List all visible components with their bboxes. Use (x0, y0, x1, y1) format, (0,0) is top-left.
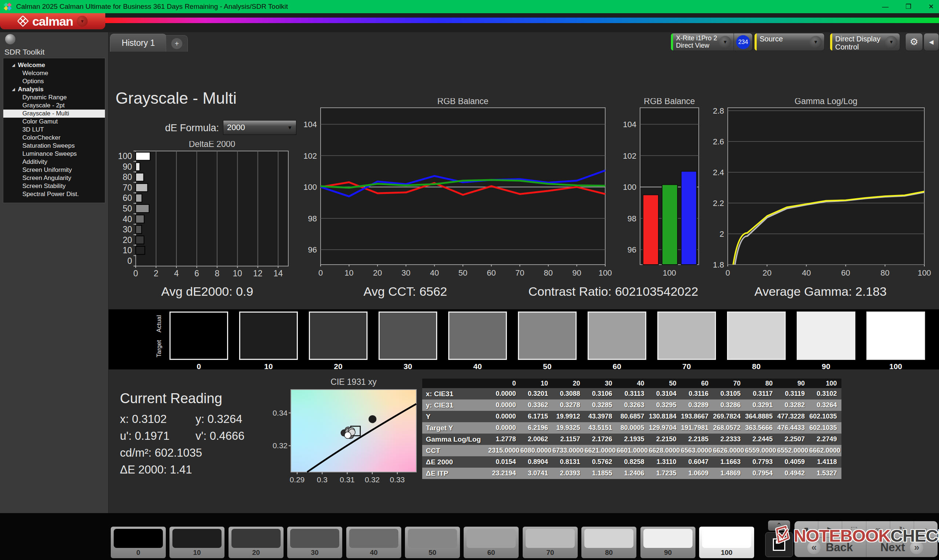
meter-count-badge[interactable]: 234 (736, 35, 750, 49)
back-chevron-icon: « (807, 541, 820, 554)
table-cell: 0.0154 (488, 456, 521, 468)
sidebar-item-screen-stability[interactable]: Screen Stability (3, 182, 105, 190)
svg-text:90: 90 (122, 162, 132, 172)
tree-expand-icon[interactable]: ◢ (12, 85, 15, 94)
grayscale-swatch-band: Actual Target 0102030405060708090100 (109, 309, 939, 369)
sidebar-item-colorchecker[interactable]: ColorChecker (3, 134, 105, 142)
table-cell: 1.5327 (809, 468, 842, 479)
grayscale-swatch-100 (867, 312, 925, 360)
patch-bar-expand-button[interactable]: ⌃ (768, 520, 790, 531)
table-cell: 6.2196 (521, 422, 553, 434)
source-selector-dropdown[interactable]: Source ▼ (754, 33, 825, 51)
calman-brand-banner[interactable]: calman ▼ (0, 13, 105, 29)
patch-label: 100 (702, 549, 751, 557)
table-cell: 0.3282 (777, 400, 809, 411)
table-cell: 0.7793 (745, 456, 777, 468)
back-button[interactable]: « Back (794, 538, 867, 557)
sidebar-item-screen-uniformity[interactable]: Screen Uniformity (3, 166, 105, 174)
nav-icon-button[interactable]: ▶ (818, 521, 842, 537)
table-row-label: Target Y (422, 422, 488, 434)
sidebar-item-spectral-power-dist-[interactable]: Spectral Power Dist. (3, 190, 105, 198)
svg-text:80: 80 (122, 172, 132, 182)
sidebar-item-color-gamut[interactable]: Color Gamut (3, 118, 105, 126)
table-header-row: 0102030405060708090100 (422, 378, 842, 388)
patch-swatch (526, 529, 575, 548)
gamma-loglog-chart: Gamma Log/Log1.822.22.42.62.802040608010… (708, 98, 939, 283)
sidebar-item-welcome[interactable]: Welcome (3, 69, 105, 77)
sidebar-item-dynamic-range[interactable]: Dynamic Range (3, 94, 105, 102)
patch-button-80[interactable]: 80 (581, 527, 637, 558)
table-cell: 191.7981 (681, 422, 713, 434)
patch-button-50[interactable]: 50 (405, 527, 460, 558)
window-title: Calman 2025 Calman Ultimate for Business… (16, 3, 288, 11)
patch-button-20[interactable]: 20 (228, 527, 284, 558)
patch-button-90[interactable]: 90 (640, 527, 695, 558)
sidebar-item-grayscale-2pt[interactable]: Grayscale - 2pt (3, 102, 105, 109)
sidebar-item-screen-angularity[interactable]: Screen Angularity (3, 174, 105, 182)
meter-selector-dropdown[interactable]: X-Rite i1Pro 2 Direct View ▼ 234 (671, 33, 752, 51)
svg-text:20: 20 (122, 235, 132, 245)
stat-avg-cct: Avg CCT: 6562 (364, 285, 447, 299)
svg-text:10: 10 (344, 268, 353, 277)
table-cell: 1.2778 (488, 434, 521, 445)
patch-button-0[interactable]: 0 (111, 527, 166, 558)
sidebar-item-options[interactable]: Options (3, 77, 105, 85)
sidebar-item-saturation-sweeps[interactable]: Saturation Sweeps (3, 142, 105, 150)
tree-expand-icon[interactable]: ◢ (12, 61, 15, 69)
panel-collapse-button[interactable]: ◀ (924, 33, 939, 51)
settings-button[interactable]: ⚙ (905, 33, 923, 51)
patch-button-40[interactable]: 40 (346, 527, 401, 558)
table-cell: 6733.0000 (552, 445, 585, 456)
nav-icon-button[interactable]: ⬚ (842, 521, 866, 537)
svg-text:2: 2 (154, 269, 159, 278)
patch-button-100[interactable]: 100 (699, 527, 754, 558)
sidebar-item-3d-lut[interactable]: 3D LUT (3, 126, 105, 134)
patch-button-10[interactable]: 10 (170, 527, 225, 558)
swatch-level-label: 0 (170, 362, 228, 371)
next-button[interactable]: Next » (867, 538, 938, 557)
de-formula-select[interactable]: 2000 ▼ (223, 120, 296, 135)
table-column-header: 100 (809, 378, 842, 388)
tab-history-1[interactable]: History 1 (110, 34, 167, 52)
svg-text:2.6: 2.6 (713, 137, 724, 146)
nav-icon-button[interactable]: ◦ (914, 521, 937, 537)
table-cell: 6080.0000 (521, 445, 553, 456)
cie-1931-xy-chart: CIE 1931 xy0.290.30.310.320.330.320.34 (271, 377, 422, 488)
stat-avg-de2000: Avg dE2000: 0.9 (161, 285, 253, 299)
svg-text:60: 60 (841, 268, 850, 277)
display-control-dropdown[interactable]: Direct Display Control ▼ (830, 33, 900, 51)
nav-icon-button[interactable]: ■ (794, 521, 818, 537)
record-button[interactable] (5, 34, 15, 45)
nav-icon-button[interactable]: ∞ (867, 521, 890, 537)
restore-button[interactable]: ❐ (906, 3, 911, 11)
minimize-button[interactable]: — (882, 3, 889, 11)
svg-text:RGB Balance: RGB Balance (437, 98, 488, 106)
patch-window-button[interactable] (765, 532, 793, 557)
swatch-level-label: 60 (587, 362, 646, 371)
table-cell: 0.3119 (777, 388, 809, 400)
sidebar-item-luminance-sweeps[interactable]: Luminance Sweeps (3, 150, 105, 158)
tab-history-label: History 1 (122, 38, 155, 48)
table-cell: 129.9704 (649, 422, 681, 434)
swatch-level-label: 20 (309, 362, 367, 371)
svg-text:10: 10 (233, 269, 242, 278)
stat-contrast-ratio: Contrast Ratio: 602103542022 (528, 285, 698, 299)
patch-button-70[interactable]: 70 (523, 527, 578, 558)
sidebar-item-grayscale-multi[interactable]: Grayscale - Multi (3, 109, 105, 118)
patch-button-60[interactable]: 60 (464, 527, 519, 558)
table-cell: 0.3286 (713, 400, 745, 411)
sidebar-item-welcome[interactable]: ◢Welcome (3, 61, 105, 69)
table-cell: 19.9325 (552, 422, 585, 434)
svg-text:20: 20 (763, 268, 771, 277)
sidebar-item-analysis[interactable]: ◢Analysis (3, 85, 105, 94)
close-button[interactable]: ✕ (928, 3, 934, 11)
sidebar-item-additivity[interactable]: Additivity (3, 158, 105, 166)
add-tab-button[interactable]: + (166, 35, 188, 52)
nav-icon-button[interactable]: ↻ (890, 521, 914, 537)
table-cell: 2.2445 (745, 434, 777, 445)
svg-text:40: 40 (122, 214, 132, 224)
svg-text:0.3: 0.3 (317, 475, 328, 484)
brand-dropdown-arrow-icon[interactable]: ▼ (77, 16, 88, 27)
patch-button-30[interactable]: 30 (287, 527, 342, 558)
table-cell: 2.1726 (585, 434, 617, 445)
